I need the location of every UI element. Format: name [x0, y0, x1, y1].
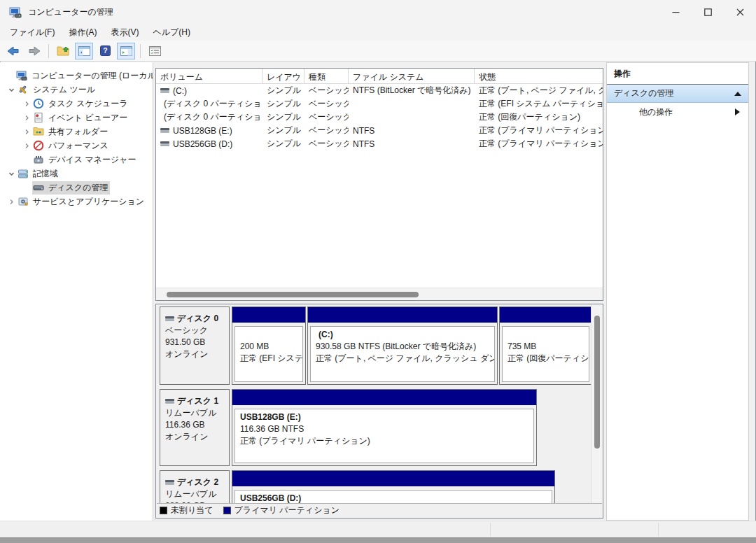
statusbar-divider [658, 523, 659, 536]
actions-group-disk-management[interactable]: ディスクの管理 [607, 85, 748, 103]
partition-efi[interactable]: 200 MB 正常 (EFI システム パーティション) [232, 306, 306, 385]
tree-item-computer-management[interactable]: コンピューターの管理 (ローカル) [0, 69, 153, 83]
disk1-label[interactable]: ディスク 1 リムーバブル 116.36 GB オンライン [160, 389, 230, 466]
column-header-filesystem[interactable]: ファイル システム [349, 69, 475, 83]
vertical-scrollbar[interactable] [591, 304, 602, 503]
volume-row-disk0-part1[interactable]: (ディスク 0 パーティション 1) シンプル ベーシック 正常 (EFI シス… [156, 97, 603, 111]
statusbar-divider [490, 523, 491, 536]
tree-item-shared-folders[interactable]: 共有フォルダー [0, 125, 153, 139]
horizontal-scrollbar[interactable] [156, 288, 603, 300]
volume-row-usb128gb[interactable]: USB128GB (E:) シンプル ベーシック NTFS 正常 (プライマリ … [156, 124, 603, 137]
tree-label: パフォーマンス [48, 140, 108, 152]
tree-item-task-scheduler[interactable]: タスク スケジューラ [0, 97, 153, 111]
close-button[interactable] [724, 0, 756, 24]
show-console-tree-icon[interactable] [75, 43, 93, 59]
actions-header: 操作 [607, 63, 748, 85]
tree-item-system-tools[interactable]: システム ツール [0, 83, 153, 97]
partition-c[interactable]: (C:) 930.58 GB NTFS (BitLocker で暗号化済み) 正… [307, 306, 498, 385]
storage-icon [18, 168, 29, 179]
tree-label: コンピューターの管理 (ローカル) [31, 70, 153, 82]
up-folder-icon[interactable] [54, 43, 72, 59]
menu-action[interactable]: 操作(A) [62, 24, 104, 41]
menu-help[interactable]: ヘルプ(H) [146, 24, 197, 41]
column-header-volume[interactable]: ボリューム [156, 69, 262, 83]
scrollbar-thumb[interactable] [594, 316, 600, 449]
forward-icon[interactable] [25, 43, 43, 59]
chevron-right-icon[interactable] [6, 199, 17, 205]
tree-item-storage[interactable]: 記憶域 [0, 167, 153, 181]
status-bar [0, 521, 756, 537]
partition-recovery[interactable]: 735 MB 正常 (回復パーティション) [499, 306, 591, 385]
chevron-down-icon[interactable] [6, 87, 17, 93]
toolbar-separator [140, 44, 141, 58]
tree-item-device-manager[interactable]: デバイス マネージャー [0, 153, 153, 167]
disk-row-2: ディスク 2 リムーバブル 233.00 GB オンライン USB256GB (… [158, 470, 589, 503]
show-action-pane-icon[interactable] [117, 43, 135, 59]
computer-icon [16, 70, 28, 81]
partition-color-bar [232, 390, 536, 405]
disk-management-icon [33, 182, 45, 193]
volume-icon [160, 87, 169, 94]
tree-label: イベント ビューアー [48, 112, 127, 124]
help-icon[interactable]: ? [96, 43, 114, 59]
menu-view[interactable]: 表示(V) [104, 24, 146, 41]
disk-management-view: ボリューム レイアウト 種類 ファイル システム 状態 (C:) シンプル ベー… [153, 62, 606, 521]
tree-label: タスク スケジューラ [48, 98, 128, 110]
collapse-icon[interactable] [734, 92, 741, 96]
tree-label: 記憶域 [33, 168, 58, 180]
title-bar: コンピューターの管理 [0, 0, 756, 24]
primary-partition-swatch [223, 507, 231, 514]
chevron-down-icon[interactable] [6, 171, 17, 177]
performance-icon [33, 140, 45, 151]
chevron-right-icon[interactable] [21, 115, 32, 121]
tree-item-services-applications[interactable]: サービスとアプリケーション [0, 195, 153, 209]
volume-icon [160, 127, 169, 134]
unallocated-swatch [160, 507, 167, 514]
toolbar: ? [0, 41, 756, 62]
system-tools-icon [18, 84, 29, 95]
menu-file[interactable]: ファイル(F) [3, 24, 62, 41]
volume-row-usb256gb[interactable]: USB256GB (D:) シンプル ベーシック NTFS 正常 (プライマリ … [156, 137, 603, 150]
volume-row-c[interactable]: (C:) シンプル ベーシック NTFS (BitLocker で暗号化済み) … [156, 84, 603, 97]
tree-item-disk-management[interactable]: ディスクの管理 [0, 181, 153, 195]
partition-usb128gb[interactable]: USB128GB (E:) 116.36 GB NTFS 正常 (プライマリ パ… [232, 389, 537, 466]
volume-list: ボリューム レイアウト 種類 ファイル システム 状態 (C:) シンプル ベー… [155, 68, 603, 301]
shared-folder-icon [33, 126, 45, 137]
more-actions-item[interactable]: 他の操作 [607, 103, 748, 121]
legend: 未割り当て プライマリ パーティション [157, 503, 602, 517]
back-icon[interactable] [4, 43, 22, 59]
chevron-right-icon[interactable] [21, 143, 32, 149]
disk-icon [165, 479, 174, 486]
partition-color-bar [232, 307, 305, 323]
scrollbar-thumb[interactable] [167, 292, 419, 297]
task-scheduler-icon [33, 98, 45, 109]
maximize-button[interactable] [692, 0, 724, 24]
legend-unallocated: 未割り当て [160, 505, 214, 516]
tree-item-event-viewer[interactable]: イベント ビューアー [0, 111, 153, 125]
tree-label: ディスクの管理 [48, 182, 108, 194]
disk-icon [165, 398, 174, 404]
partition-usb256gb[interactable]: USB256GB (D:) 233.00 GB NTFS 正常 (プライマリ パ… [232, 470, 555, 503]
tree-item-performance[interactable]: パフォーマンス [0, 139, 153, 153]
window-bottom-edge [0, 537, 756, 543]
column-header-type[interactable]: 種類 [304, 69, 349, 83]
volume-row-disk0-part4[interactable]: (ディスク 0 パーティション 4) シンプル ベーシック 正常 (回復パーティ… [156, 111, 603, 124]
tree-label: システム ツール [33, 84, 95, 96]
chevron-right-icon[interactable] [21, 129, 32, 135]
disk2-label[interactable]: ディスク 2 リムーバブル 233.00 GB オンライン [160, 470, 230, 503]
menu-bar: ファイル(F) 操作(A) 表示(V) ヘルプ(H) [0, 24, 756, 41]
disk0-label[interactable]: ディスク 0 ベーシック 931.50 GB オンライン [160, 306, 230, 385]
column-header-status[interactable]: 状態 [475, 69, 603, 83]
chevron-right-icon[interactable] [21, 101, 32, 107]
partition-color-bar [500, 307, 591, 323]
column-header-layout[interactable]: レイアウト [262, 69, 304, 83]
window-title: コンピューターの管理 [28, 6, 113, 18]
disk-icon [165, 316, 174, 322]
minimize-button[interactable] [659, 0, 692, 24]
disk-row-1: ディスク 1 リムーバブル 116.36 GB オンライン USB128GB (… [158, 389, 589, 466]
disk-row-0: ディスク 0 ベーシック 931.50 GB オンライン 200 MB 正常 (… [158, 306, 589, 385]
svg-text:?: ? [103, 46, 107, 55]
properties-icon[interactable] [146, 43, 164, 59]
partition-color-bar [308, 307, 497, 323]
volume-list-header: ボリューム レイアウト 種類 ファイル システム 状態 [156, 69, 603, 84]
